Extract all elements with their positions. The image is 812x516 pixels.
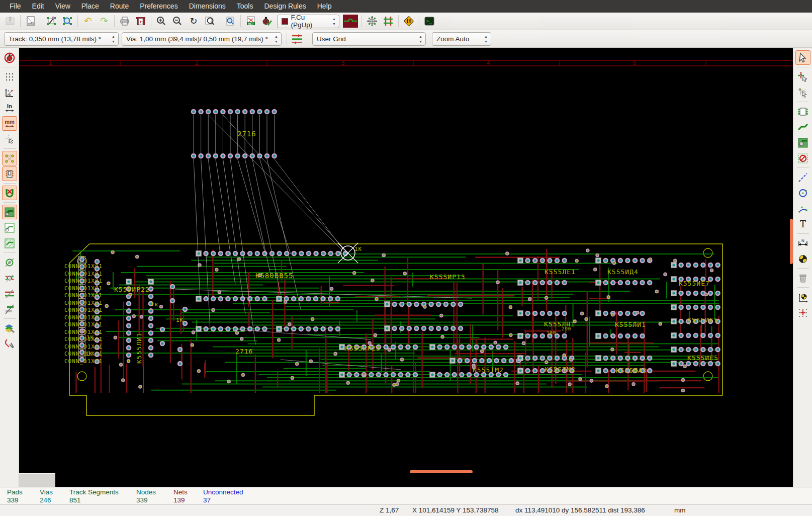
- undo-button[interactable]: ↶: [80, 14, 96, 29]
- grid-selector-value: User Grid: [317, 35, 346, 43]
- add-circle-button[interactable]: [795, 186, 810, 200]
- menu-item-dimensions[interactable]: Dimensions: [184, 0, 231, 13]
- netlist-button[interactable]: NET: [243, 14, 259, 29]
- select-arrow-icon: [797, 52, 808, 63]
- auto-delete-track-button[interactable]: [2, 186, 17, 200]
- zoom-selector[interactable]: Zoom Auto ▲▼: [432, 32, 491, 46]
- plot-button[interactable]: [133, 14, 149, 29]
- highlight-net-icon: [797, 71, 808, 82]
- svg-text:N: N: [801, 238, 804, 243]
- track-width-value: Track: 0,350 mm (13,78 mils) *: [9, 35, 101, 43]
- route-track-button[interactable]: [795, 120, 810, 134]
- cursor-shape-icon: [4, 134, 15, 145]
- zoom-out-button[interactable]: [169, 14, 186, 29]
- pads-sketch-icon: [4, 257, 15, 268]
- track-mode-icon: [383, 16, 394, 27]
- grid-visibility-button[interactable]: [2, 69, 17, 84]
- print-button[interactable]: [117, 14, 133, 29]
- units-inch-button[interactable]: In: [2, 101, 17, 115]
- menu-item-help[interactable]: Help: [312, 0, 337, 13]
- svg-text:>_: >_: [426, 19, 432, 24]
- horizontal-scrollbar[interactable]: [410, 470, 473, 473]
- menu-item-design-rules[interactable]: Design Rules: [258, 0, 311, 13]
- route-track-icon: [797, 122, 808, 133]
- ratsnest-visibility-button[interactable]: [2, 151, 17, 165]
- auto-track-width-button[interactable]: [289, 31, 305, 46]
- polar-coords-button[interactable]: rφ: [2, 85, 17, 100]
- layer-selector[interactable]: F.Cu (PgUp) ▲▼: [277, 15, 339, 28]
- module-ratsnest-button[interactable]: [2, 166, 17, 181]
- track-width-selector[interactable]: Track: 0,350 mm (13,78 mils) * ▲▼: [4, 32, 119, 46]
- add-dimension-button[interactable]: N: [795, 236, 810, 250]
- layers-manager-button[interactable]: [2, 321, 17, 335]
- vias-sketch-button[interactable]: [2, 271, 17, 285]
- menu-item-preferences[interactable]: Preferences: [134, 0, 183, 13]
- zone-unfilled-icon: [4, 222, 15, 233]
- add-text-button[interactable]: T: [795, 217, 810, 231]
- find-icon: [225, 16, 236, 27]
- menu-item-file[interactable]: File: [4, 0, 27, 13]
- menu-item-route[interactable]: Route: [105, 0, 134, 13]
- footprint-mode-button[interactable]: [364, 14, 380, 29]
- via-size-selector[interactable]: Via: 1,00 mm (39,4 mils)/ 0,50 mm (19,7 …: [122, 32, 282, 46]
- drc-off-button[interactable]: [2, 50, 17, 65]
- local-ratsnest-button[interactable]: [795, 85, 810, 100]
- highlight-net-button[interactable]: [795, 69, 810, 84]
- menu-item-tools[interactable]: Tools: [231, 0, 259, 13]
- menu-bar: FileEditViewPlaceRoutePreferencesDimensi…: [0, 0, 812, 13]
- microwave-toolbar-button[interactable]: [2, 336, 17, 351]
- refresh-button[interactable]: ↻: [186, 14, 202, 29]
- svg-text:4: 4: [487, 60, 490, 66]
- track-mode-button[interactable]: [380, 14, 396, 29]
- drc-button[interactable]: [259, 14, 275, 29]
- add-footprint-button[interactable]: [795, 104, 810, 119]
- add-arc-button[interactable]: [795, 201, 810, 216]
- add-line-button[interactable]: [795, 170, 810, 185]
- component-label: К555ИЕ5: [687, 354, 718, 362]
- stat-nodes: Nodes339: [136, 488, 156, 504]
- add-keepout-button[interactable]: [795, 151, 810, 165]
- menu-item-place[interactable]: Place: [76, 0, 105, 13]
- polar-coords-icon: rφ: [4, 87, 15, 98]
- cursor-shape-button[interactable]: [2, 132, 17, 146]
- find-button[interactable]: [222, 14, 238, 29]
- units-mm-button[interactable]: mm: [2, 116, 17, 131]
- zoom-in-button[interactable]: [153, 14, 169, 29]
- plot-icon: [135, 16, 146, 27]
- menu-item-view[interactable]: View: [50, 0, 76, 13]
- vias-sketch-icon: [4, 273, 15, 284]
- sheet-settings-button[interactable]: [23, 14, 39, 29]
- high-contrast-button[interactable]: [2, 302, 17, 316]
- spinner-icon: ▲▼: [419, 34, 422, 44]
- grid-origin-button[interactable]: [795, 305, 810, 320]
- scripting-console-button[interactable]: >_: [421, 14, 437, 29]
- save-button[interactable]: [2, 14, 18, 29]
- menu-item-edit[interactable]: Edit: [27, 0, 50, 13]
- pcb-canvas[interactable]: 123452716К580ВВ55К555ИР221к1К1К1К1КК555И…: [19, 48, 793, 487]
- component-label: К555ЛИ1: [615, 321, 646, 328]
- add-zone-button[interactable]: [795, 135, 810, 150]
- pads-sketch-button[interactable]: [2, 255, 17, 270]
- vertical-scrollbar[interactable]: [790, 219, 793, 264]
- drill-origin-button[interactable]: [795, 290, 810, 304]
- zoom-fit-button[interactable]: [202, 14, 218, 29]
- zone-unfilled-button[interactable]: [2, 220, 17, 235]
- add-target-icon: [797, 253, 808, 265]
- grid-selector[interactable]: User Grid ▲▼: [312, 32, 426, 46]
- add-line-icon: [797, 172, 808, 183]
- footprint-viewer-button[interactable]: [59, 14, 75, 29]
- freeroute-button[interactable]: [401, 14, 417, 29]
- tracks-sketch-button[interactable]: [2, 286, 17, 301]
- delete-button[interactable]: [795, 271, 810, 285]
- zone-fill-button[interactable]: [2, 205, 17, 219]
- redo-button[interactable]: ↷: [96, 14, 112, 29]
- select-tool-button[interactable]: [795, 50, 810, 65]
- layer-indicator-button[interactable]: [341, 14, 359, 29]
- component-label: CONN_01X01: [64, 351, 103, 357]
- units-mm-icon: mm: [4, 118, 15, 129]
- add-target-button[interactable]: [795, 251, 810, 266]
- svg-text:3: 3: [341, 60, 345, 66]
- footprint-editor-button[interactable]: [43, 14, 59, 29]
- zone-sketch-button[interactable]: [2, 236, 17, 250]
- component-label: 2716: [237, 130, 256, 138]
